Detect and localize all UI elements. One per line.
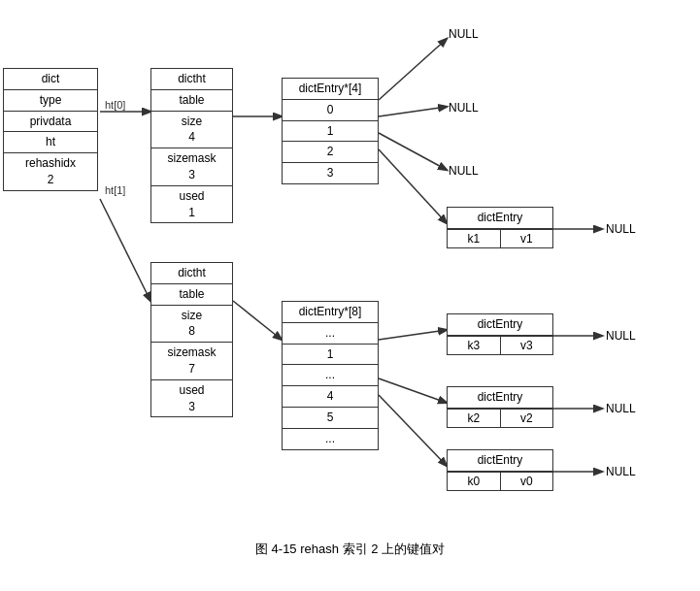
dict-box: dict type privdata ht rehashidx2	[3, 68, 98, 191]
svg-line-3	[100, 199, 150, 301]
entry-k1v1-v: v1	[501, 230, 553, 247]
ht0-array-box: dictEntry*[4] 0 1 2 3	[282, 78, 379, 184]
entry-k0v0-title: dictEntry	[448, 450, 552, 472]
ht0-array-1: 1	[283, 121, 378, 143]
entry-k3v3-k: k3	[448, 337, 501, 354]
entry-k2v2-title: dictEntry	[448, 387, 552, 409]
svg-line-8	[379, 133, 447, 170]
svg-line-5	[233, 301, 282, 340]
svg-text:ht[0]: ht[0]	[105, 99, 125, 111]
ht0-title: dictht	[151, 69, 232, 90]
ht1-title: dictht	[151, 263, 232, 284]
svg-line-6	[379, 39, 447, 100]
diagram: ht[0] ht[1]	[0, 0, 700, 563]
ht1-array-1: 1	[283, 345, 378, 366]
ht0-size: size4	[151, 112, 232, 149]
ht1-size: size8	[151, 306, 232, 344]
null-mid2: NULL	[449, 164, 479, 178]
entry-k3v3-box: dictEntry k3 v3	[447, 313, 553, 355]
entry-k3v3-title: dictEntry	[448, 314, 552, 336]
entry-k2v2-v: v2	[501, 410, 553, 427]
ht1-array-5: 5	[283, 408, 378, 429]
null-entry-k0v0: NULL	[606, 465, 636, 478]
ht1-table: table	[151, 284, 232, 306]
entry-k1v1-k: k1	[448, 230, 501, 247]
svg-line-9	[379, 149, 447, 223]
null-mid1: NULL	[449, 101, 479, 115]
ht1-sizemask: sizemask7	[151, 343, 232, 380]
entry-k0v0-k: k0	[448, 473, 501, 490]
entry-k2v2-k: k2	[448, 410, 501, 427]
ht1-dictht-box: dictht table size8 sizemask7 used3	[150, 262, 233, 417]
ht0-used: used1	[151, 186, 232, 223]
ht0-array-2: 2	[283, 142, 378, 163]
ht1-used: used3	[151, 380, 232, 417]
ht1-array-dots3: ...	[283, 429, 378, 449]
entry-k0v0-box: dictEntry k0 v0	[447, 449, 553, 491]
entry-k3v3-v: v3	[501, 337, 553, 354]
figure-caption: 图 4-15 rehash 索引 2 上的键值对	[0, 541, 700, 558]
entry-k2v2-box: dictEntry k2 v2	[447, 386, 553, 428]
ht0-table: table	[151, 90, 232, 112]
ht0-dictht-box: dictht table size4 sizemask3 used1	[150, 68, 233, 223]
ht0-array-3: 3	[283, 163, 378, 183]
ht0-sizemask: sizemask3	[151, 148, 232, 186]
ht1-array-title: dictEntry*[8]	[283, 302, 378, 323]
ht0-array-title: dictEntry*[4]	[283, 79, 378, 100]
ht1-array-dots2: ...	[283, 365, 378, 386]
entry-k1v1-box: dictEntry k1 v1	[447, 207, 553, 248]
dict-field-ht: ht	[4, 132, 97, 153]
svg-line-12	[379, 378, 447, 403]
null-entry-k2v2: NULL	[606, 402, 636, 415]
svg-text:ht[1]: ht[1]	[105, 184, 125, 196]
entry-k0v0-v: v0	[501, 473, 553, 490]
ht1-array-4: 4	[283, 386, 378, 408]
null-top: NULL	[449, 27, 479, 41]
ht0-array-0: 0	[283, 100, 378, 121]
entry-k1v1-title: dictEntry	[448, 208, 552, 229]
dict-field-rehashidx: rehashidx2	[4, 153, 97, 190]
ht1-array-dots1: ...	[283, 323, 378, 345]
null-entry-k3v3: NULL	[606, 329, 636, 343]
svg-line-13	[379, 395, 447, 466]
svg-line-11	[379, 330, 447, 340]
ht1-array-box: dictEntry*[8] ... 1 ... 4 5 ...	[282, 301, 379, 450]
dict-field-type: type	[4, 90, 97, 112]
null-entry-k1v1: NULL	[606, 222, 636, 236]
dict-title: dict	[4, 69, 97, 90]
dict-field-privdata: privdata	[4, 112, 97, 133]
svg-line-7	[379, 107, 447, 116]
